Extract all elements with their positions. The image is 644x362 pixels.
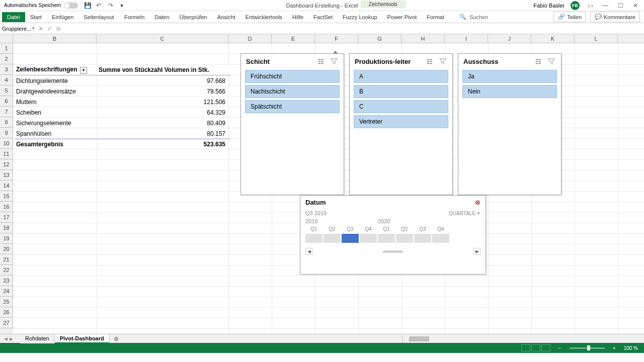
column-header[interactable]: G: [358, 34, 401, 43]
share-button[interactable]: 🔗Teilen: [553, 12, 586, 22]
column-header[interactable]: D: [228, 34, 272, 43]
row-header[interactable]: 3: [0, 64, 13, 75]
clear-filter-icon[interactable]: ⊗: [475, 199, 480, 206]
view-normal-icon[interactable]: [521, 344, 530, 351]
comments-button[interactable]: 💬Kommentare: [590, 12, 640, 22]
row-header[interactable]: 2: [0, 54, 13, 64]
column-header[interactable]: B: [13, 34, 97, 43]
slicer-ausschuss[interactable]: Ausschuss☷JaNein: [458, 53, 561, 195]
zoom-out-icon[interactable]: −: [558, 345, 561, 351]
ribbon-tab-formeln[interactable]: Formeln: [119, 12, 149, 22]
slicer-item[interactable]: A: [354, 70, 448, 83]
maximize-icon[interactable]: ☐: [616, 1, 625, 10]
zoom-slider[interactable]: [570, 347, 605, 349]
customize-qat-icon[interactable]: ▾: [120, 2, 127, 9]
undo-icon[interactable]: ↶: [96, 2, 103, 9]
cancel-formula-icon[interactable]: ✕: [38, 25, 43, 32]
row-header[interactable]: 14: [0, 180, 13, 191]
timeline-period[interactable]: [360, 234, 377, 243]
sheet-nav-next-icon[interactable]: ▶: [10, 336, 13, 341]
timeline-period[interactable]: [342, 234, 359, 243]
clear-filter-icon[interactable]: [330, 57, 339, 66]
add-sheet-button[interactable]: ⊕: [110, 334, 123, 343]
row-header[interactable]: 8: [0, 117, 13, 128]
ribbon-tab-entwicklertools[interactable]: Entwicklertools: [240, 12, 287, 22]
autosave-toggle[interactable]: Automatisches Speichern: [4, 3, 78, 9]
slicer-schicht[interactable]: Schicht☷FrühschichtNachtschichtSpätschic…: [240, 53, 344, 195]
row-header[interactable]: 5: [0, 85, 13, 96]
timeline-period[interactable]: [432, 234, 449, 243]
timeline-slicer[interactable]: Datum ⊗ Q3 2019 QUARTALE▼ 20192020 Q1Q2Q…: [300, 195, 486, 275]
timeline-scroll-thumb[interactable]: [383, 250, 403, 253]
name-box[interactable]: Gruppiere...▼: [0, 25, 34, 33]
row-header[interactable]: 12: [0, 159, 13, 170]
redo-icon[interactable]: ↷: [108, 2, 115, 9]
slicer-item[interactable]: C: [354, 100, 448, 113]
timeline-next-icon[interactable]: ▶: [473, 248, 480, 255]
ribbon-options-icon[interactable]: ▭: [586, 1, 595, 10]
row-header[interactable]: 21: [0, 254, 13, 265]
row-header[interactable]: 4: [0, 75, 13, 85]
view-pagebreak-icon[interactable]: [541, 344, 550, 351]
ribbon-tab-fuzzy lookup[interactable]: Fuzzy Lookup: [338, 12, 382, 22]
column-header[interactable]: L: [575, 34, 618, 43]
zoom-in-icon[interactable]: +: [613, 345, 616, 351]
multiselect-icon[interactable]: ☷: [425, 57, 434, 66]
timeline-period[interactable]: [305, 234, 323, 243]
ribbon-tab-power pivot[interactable]: Power Pivot: [382, 12, 422, 22]
minimize-icon[interactable]: —: [601, 1, 610, 10]
avatar[interactable]: FB: [571, 1, 580, 10]
ribbon-tab-factset[interactable]: FactSet: [308, 12, 338, 22]
timeline-level-dropdown[interactable]: QUARTALE▼: [449, 210, 480, 216]
column-header[interactable]: J: [488, 34, 531, 43]
slicer-item[interactable]: Frühschicht: [245, 70, 340, 83]
slicer-item[interactable]: Nachtschicht: [245, 85, 340, 98]
slicer-item[interactable]: B: [354, 85, 448, 98]
row-header[interactable]: 11: [0, 149, 13, 159]
ribbon-tab-einfügen[interactable]: Einfügen: [47, 12, 78, 22]
sheet-tab[interactable]: Rohdaten: [20, 334, 55, 343]
row-header[interactable]: 10: [0, 138, 13, 149]
timeline-prev-icon[interactable]: ◀: [305, 248, 312, 255]
row-header[interactable]: 15: [0, 191, 13, 202]
row-header[interactable]: 17: [0, 212, 13, 223]
save-icon[interactable]: 💾: [84, 2, 91, 9]
horizontal-scrollbar[interactable]: [403, 335, 644, 342]
fx-icon[interactable]: fx: [56, 26, 61, 32]
ribbon-tab-hilfe[interactable]: Hilfe: [287, 12, 308, 22]
column-header[interactable]: C: [97, 34, 228, 43]
close-icon[interactable]: ✕: [631, 1, 640, 10]
zoom-level[interactable]: 100 %: [624, 345, 638, 351]
row-header[interactable]: 19: [0, 233, 13, 244]
slicer-item[interactable]: Spätschicht: [245, 100, 340, 113]
sheet-nav-prev-icon[interactable]: ◀: [4, 336, 8, 341]
row-header[interactable]: 22: [0, 265, 13, 276]
row-header[interactable]: 18: [0, 223, 13, 233]
ribbon-tab-datei[interactable]: Datei: [2, 12, 25, 22]
ribbon-tab-seitenlayout[interactable]: Seitenlayout: [78, 12, 119, 22]
filter-dropdown-icon[interactable]: ▾: [80, 67, 87, 74]
view-pagelayout-icon[interactable]: [531, 344, 540, 351]
ribbon-tab-daten[interactable]: Daten: [149, 12, 174, 22]
row-header[interactable]: 16: [0, 202, 13, 212]
row-header[interactable]: 24: [0, 286, 13, 297]
row-header[interactable]: 26: [0, 307, 13, 318]
slicer-produktionsleiter[interactable]: Produktions-leiter☷ABCVertreter: [349, 53, 453, 195]
cells[interactable]: Zeilenbeschriftungen ▾ Summe von Stückza…: [13, 43, 644, 334]
sheet-tab[interactable]: Pivot-Dashboard: [55, 334, 110, 343]
row-header[interactable]: 25: [0, 297, 13, 307]
enter-formula-icon[interactable]: ✓: [47, 25, 52, 32]
multiselect-icon[interactable]: ☷: [316, 57, 326, 66]
row-header[interactable]: 1: [0, 43, 13, 54]
ribbon-tab-format[interactable]: Format: [422, 12, 449, 22]
timeline-period[interactable]: [324, 234, 341, 243]
clear-filter-icon[interactable]: [438, 57, 447, 66]
timeline-period[interactable]: [414, 234, 431, 243]
grid-area[interactable]: 1234567891011121314151617181920212223242…: [0, 43, 644, 334]
multiselect-icon[interactable]: ☷: [534, 57, 543, 66]
clear-filter-icon[interactable]: [547, 57, 556, 66]
column-header[interactable]: E: [272, 34, 315, 43]
timeline-period[interactable]: [378, 234, 395, 243]
search-box[interactable]: 🔍 Suchen: [459, 14, 488, 20]
row-header[interactable]: 6: [0, 96, 13, 107]
